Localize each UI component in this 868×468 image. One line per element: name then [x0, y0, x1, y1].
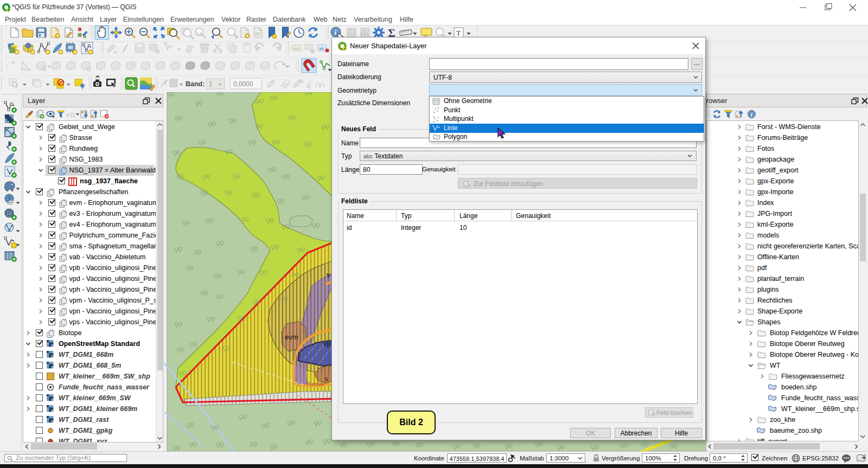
svg-text:Rundwe: Rundwe [307, 381, 324, 387]
svg-text:s: s [324, 375, 328, 383]
svg-text:v: v [327, 271, 330, 279]
svg-text:T: T [456, 29, 461, 37]
svg-text:1: 1 [209, 80, 213, 88]
svg-text:abc: abc [293, 46, 300, 51]
svg-text:3D: 3D [255, 31, 260, 36]
svg-text:0,0000: 0,0000 [233, 80, 253, 88]
svg-text:1:1: 1:1 [196, 31, 202, 35]
svg-text:evm: evm [285, 333, 298, 341]
svg-text:vp: vp [323, 339, 331, 348]
svg-text:i: i [335, 28, 337, 36]
svg-text:a: a [83, 33, 86, 39]
svg-text:ε: ε [67, 111, 69, 118]
svg-text:ε: ε [307, 80, 311, 89]
svg-text:ab: ab [319, 46, 324, 51]
svg-text:Band:: Band: [186, 80, 205, 88]
